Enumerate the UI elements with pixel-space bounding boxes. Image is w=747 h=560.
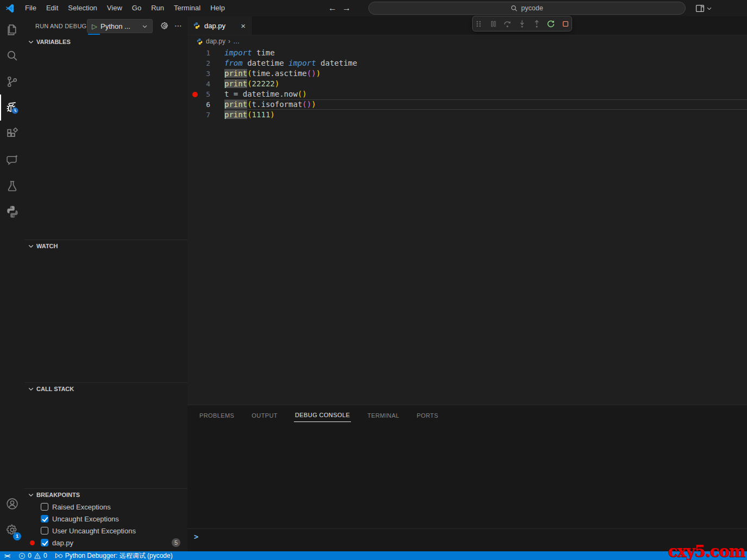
gutter-line-3[interactable]: 3 xyxy=(187,68,224,79)
start-debug-icon[interactable]: ▷ xyxy=(92,22,97,30)
debug-config-dropdown[interactable]: ▷ Python ... xyxy=(87,19,153,33)
menu-edit[interactable]: Edit xyxy=(41,0,63,16)
line-number: 2 xyxy=(206,58,210,68)
gutter-line-7[interactable]: 7 xyxy=(187,110,224,120)
line-content[interactable]: print(t.isoformat()) xyxy=(224,99,747,110)
menu-help[interactable]: Help xyxy=(205,0,230,16)
watch-header[interactable]: WATCH xyxy=(24,240,187,252)
search-activity-icon[interactable] xyxy=(0,42,24,68)
token: print xyxy=(224,69,247,78)
code-editor[interactable]: 1import time2from datetime import dateti… xyxy=(187,47,747,405)
gutter-line-2[interactable]: 2 xyxy=(187,58,224,68)
gutter-line-1[interactable]: 1 xyxy=(187,48,224,58)
breakpoint-row-dap-py[interactable]: dap.py5 xyxy=(24,537,187,549)
gutter-line-5[interactable]: 5 xyxy=(187,89,224,99)
variables-section: VARIABLES xyxy=(24,36,187,240)
panel-tab-debug-console[interactable]: DEBUG CONSOLE xyxy=(294,407,351,422)
close-tab-icon[interactable]: × xyxy=(241,21,246,30)
breakpoint-row-uncaught-exceptions[interactable]: Uncaught Exceptions xyxy=(24,513,187,525)
problems-status[interactable]: 0 0 xyxy=(15,551,51,560)
breakpoint-checkbox[interactable] xyxy=(41,515,48,523)
menu-selection[interactable]: Selection xyxy=(63,0,102,16)
breakpoint-checkbox[interactable] xyxy=(41,503,48,511)
source-control-icon[interactable] xyxy=(0,68,24,95)
views-more-actions-icon[interactable]: ⋯ xyxy=(174,21,183,30)
command-center-search[interactable]: pycode xyxy=(368,2,686,15)
gutter-line-6[interactable]: 6 xyxy=(187,99,224,110)
breadcrumb-symbol[interactable]: … xyxy=(233,37,240,45)
line-content[interactable]: t = datetime.now() xyxy=(224,89,747,99)
call-stack-header[interactable]: CALL STACK xyxy=(24,383,187,395)
tab-dap-py[interactable]: dap.py × xyxy=(187,16,252,35)
line-content[interactable]: print(22222) xyxy=(224,79,747,89)
pause-button[interactable] xyxy=(487,17,500,30)
debug-console-output[interactable] xyxy=(187,424,747,528)
line-content[interactable]: from datetime import datetime xyxy=(224,58,747,68)
variables-header[interactable]: VARIABLES xyxy=(24,36,187,48)
go-forward-icon[interactable]: → xyxy=(342,3,351,13)
code-line-4[interactable]: 4print(22222) xyxy=(187,79,747,89)
stop-button[interactable] xyxy=(559,17,572,30)
breakpoint-dot[interactable] xyxy=(192,92,198,97)
code-line-6[interactable]: 6print(t.isoformat()) xyxy=(187,99,747,110)
panel-tab-terminal[interactable]: TERMINAL xyxy=(366,408,400,422)
bottom-panel: PROBLEMSOUTPUTDEBUG CONSOLETERMINALPORTS… xyxy=(187,405,747,551)
restart-button[interactable] xyxy=(545,17,557,30)
token: datetime xyxy=(316,59,357,67)
explorer-icon[interactable] xyxy=(0,16,24,42)
debug-session-progress xyxy=(88,34,100,35)
python-activity-icon[interactable] xyxy=(0,199,24,225)
code-line-3[interactable]: 3print(time.asctime()) xyxy=(187,68,747,79)
breakpoints-header[interactable]: BREAKPOINTS xyxy=(24,489,187,501)
extensions-icon[interactable] xyxy=(0,121,24,147)
menu-terminal[interactable]: Terminal xyxy=(169,0,205,16)
breakpoint-count-badge: 5 xyxy=(172,538,180,547)
go-back-icon[interactable]: ← xyxy=(328,3,337,13)
breakpoint-checkbox[interactable] xyxy=(41,539,48,546)
settings-gear-icon[interactable]: 1 xyxy=(0,517,24,543)
vscode-logo-icon xyxy=(5,3,15,13)
breadcrumb[interactable]: dap.py › … xyxy=(187,35,747,47)
token: ( xyxy=(247,110,252,119)
debugger-status[interactable]: Python Debugger: 远程调试 (pycode) xyxy=(51,551,177,560)
line-content[interactable]: print(time.asctime()) xyxy=(224,68,747,79)
token: 22222 xyxy=(252,79,275,88)
breakpoint-row-user-uncaught-exceptions[interactable]: User Uncaught Exceptions xyxy=(24,525,187,537)
step-out-button[interactable] xyxy=(530,17,543,30)
code-line-5[interactable]: 5t = datetime.now() xyxy=(187,89,747,99)
token: t = datetime.now xyxy=(224,90,298,98)
code-line-2[interactable]: 2from datetime import datetime xyxy=(187,58,747,68)
chevron-down-icon[interactable] xyxy=(706,5,712,11)
testing-icon[interactable] xyxy=(0,173,24,199)
gutter-line-4[interactable]: 4 xyxy=(187,79,224,89)
menu-go[interactable]: Go xyxy=(127,0,146,16)
customize-layout-icon[interactable] xyxy=(695,4,705,13)
run-and-debug-icon[interactable] xyxy=(0,95,24,121)
panel-tab-output[interactable]: OUTPUT xyxy=(250,408,279,422)
chevron-down-icon xyxy=(28,492,34,498)
menu-file[interactable]: File xyxy=(20,0,41,16)
breakpoint-checkbox[interactable] xyxy=(41,527,48,534)
menu-view[interactable]: View xyxy=(102,0,127,16)
line-content[interactable]: print(1111) xyxy=(224,110,747,120)
line-number: 6 xyxy=(206,99,210,110)
breakpoints-section: BREAKPOINTS Raised ExceptionsUncaught Ex… xyxy=(24,488,187,551)
step-into-button[interactable] xyxy=(516,17,529,30)
debug-console-input[interactable]: > xyxy=(187,528,747,544)
debug-config-label: Python ... xyxy=(101,22,130,30)
token: ) xyxy=(316,69,321,78)
step-over-button[interactable] xyxy=(501,17,514,30)
line-content[interactable]: import time xyxy=(224,48,747,58)
code-line-7[interactable]: 7print(1111) xyxy=(187,110,747,120)
launch-config-gear-icon[interactable] xyxy=(160,21,170,30)
code-line-1[interactable]: 1import time xyxy=(187,48,747,58)
toolbar-drag-grip[interactable] xyxy=(473,17,485,30)
menu-run[interactable]: Run xyxy=(146,0,169,16)
breakpoint-row-raised-exceptions[interactable]: Raised Exceptions xyxy=(24,501,187,513)
breadcrumb-file[interactable]: dap.py xyxy=(206,37,225,45)
panel-tab-ports[interactable]: PORTS xyxy=(416,408,440,422)
account-icon[interactable] xyxy=(0,490,24,517)
remote-indicator[interactable]: >< xyxy=(0,551,15,560)
panel-tab-problems[interactable]: PROBLEMS xyxy=(198,408,235,422)
chat-icon[interactable] xyxy=(0,147,24,173)
